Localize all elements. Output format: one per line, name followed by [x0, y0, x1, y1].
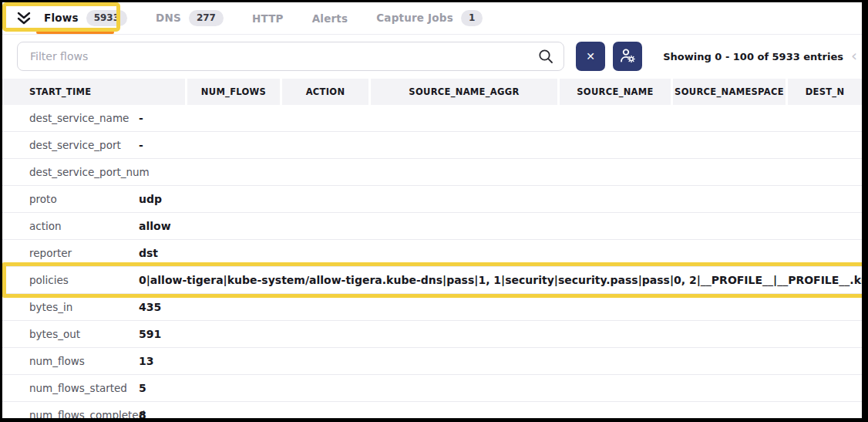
flow-detail-panel: dest_service_name - dest_service_port - …	[2, 105, 862, 422]
detail-value: -	[139, 112, 862, 124]
detail-value: 0|allow-tigera|kube-system/allow-tigera.…	[139, 274, 862, 286]
detail-row: num_flows_started 5	[2, 375, 862, 402]
tab-dns[interactable]: DNS 277	[156, 10, 224, 25]
detail-key: bytes_in	[2, 301, 139, 313]
tab-dns-label: DNS	[156, 12, 181, 24]
detail-row: num_flows_completed 8	[2, 402, 862, 422]
detail-key: reporter	[2, 247, 139, 259]
tab-dns-badge: 277	[189, 10, 224, 25]
detail-key: policies	[2, 274, 139, 286]
detail-key: dest_service_name	[2, 112, 139, 124]
detail-key: dest_service_port_num	[2, 166, 139, 178]
user-settings-button[interactable]	[613, 42, 642, 71]
user-gear-icon	[618, 46, 637, 67]
table-header-row: START_TIME NUM_FLOWS ACTION SOURCE_NAME_…	[2, 79, 862, 105]
column-header-source-namespace[interactable]: SOURCE_NAMESPACE	[673, 79, 786, 105]
filter-flows-input[interactable]	[17, 42, 564, 71]
detail-row: dest_service_port_num	[2, 159, 862, 186]
detail-key: num_flows_completed	[2, 409, 139, 421]
column-header-start-time[interactable]: START_TIME	[2, 79, 185, 105]
column-header-source-name-aggr[interactable]: SOURCE_NAME_AGGR	[371, 79, 557, 105]
clear-filter-button[interactable]: ✕	[576, 42, 605, 71]
detail-key: action	[2, 220, 139, 232]
double-chevron-down-icon[interactable]	[15, 12, 32, 25]
showing-entries-text: Showing 0 - 100 of 5933 entries	[663, 51, 843, 62]
tab-capture-jobs-badge: 1	[461, 10, 483, 25]
tab-flows[interactable]: Flows 5933	[44, 10, 127, 25]
detail-row: num_flows 13	[2, 348, 862, 375]
detail-row: dest_service_port -	[2, 132, 862, 159]
detail-value: allow	[139, 220, 862, 232]
detail-row-policies: policies 0|allow-tigera|kube-system/allo…	[2, 267, 862, 294]
detail-key: num_flows_started	[2, 382, 139, 394]
detail-row: proto udp	[2, 186, 862, 213]
column-header-source-name[interactable]: SOURCE_NAME	[560, 79, 671, 105]
detail-value: dst	[139, 247, 862, 259]
detail-row: bytes_out 591	[2, 321, 862, 348]
tab-flows-label: Flows	[44, 12, 79, 24]
filter-input-wrap	[17, 42, 564, 71]
detail-value: 591	[139, 328, 862, 340]
column-header-action[interactable]: ACTION	[282, 79, 368, 105]
detail-row: bytes_in 435	[2, 294, 862, 321]
detail-key: proto	[2, 193, 139, 205]
detail-value: 8	[139, 409, 862, 421]
column-header-dest-name[interactable]: DEST_N	[788, 79, 862, 105]
previous-page-icon[interactable]: ‹	[851, 48, 857, 63]
column-header-num-flows[interactable]: NUM_FLOWS	[187, 79, 280, 105]
tab-http-label: HTTP	[252, 12, 284, 25]
detail-value: -	[139, 139, 862, 151]
detail-value: 435	[139, 301, 862, 313]
tab-capture-jobs[interactable]: Capture Jobs 1	[376, 10, 483, 25]
detail-row: dest_service_name -	[2, 105, 862, 132]
tab-http[interactable]: HTTP	[252, 12, 284, 25]
tab-alerts[interactable]: Alerts	[312, 12, 348, 25]
filter-toolbar: ✕ Showing 0 - 100 of 5933 entries ‹	[2, 35, 862, 78]
tab-alerts-label: Alerts	[312, 12, 348, 25]
detail-value: udp	[139, 193, 862, 205]
detail-key: bytes_out	[2, 328, 139, 340]
detail-value: 5	[139, 382, 862, 394]
tab-bar: Flows 5933 DNS 277 HTTP Alerts Capture J…	[2, 2, 862, 35]
detail-key: num_flows	[2, 355, 139, 367]
magnifier-icon	[537, 48, 554, 68]
detail-row: reporter dst	[2, 240, 862, 267]
active-tab-underline	[36, 31, 114, 34]
detail-row: action allow	[2, 213, 862, 240]
tab-flows-badge: 5933	[86, 10, 127, 25]
detail-value: 13	[139, 355, 862, 367]
detail-key: dest_service_port	[2, 139, 139, 151]
tab-capture-jobs-label: Capture Jobs	[376, 12, 453, 24]
flow-logs-panel: Flows 5933 DNS 277 HTTP Alerts Capture J…	[0, 0, 868, 422]
